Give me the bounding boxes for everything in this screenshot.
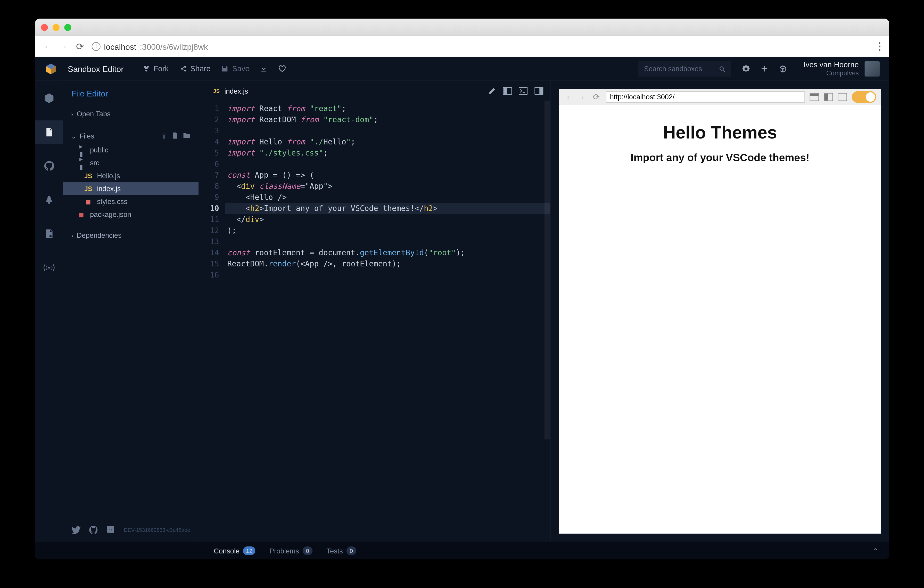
layout-split-icon[interactable] — [824, 93, 833, 101]
edit-icon[interactable] — [488, 87, 496, 94]
svg-point-2 — [48, 267, 50, 269]
svg-point-0 — [720, 66, 724, 70]
forward-button[interactable]: → — [59, 41, 68, 52]
cube-icon[interactable] — [779, 64, 787, 73]
zoom-window-button[interactable] — [64, 24, 71, 31]
upload-icon[interactable]: ⇧ — [161, 132, 167, 140]
code-lines: import React from "react";import ReactDO… — [225, 103, 550, 542]
file-row-src[interactable]: ▸ ▮ src — [63, 157, 199, 169]
svg-point-1 — [49, 235, 52, 238]
file-row-hello-js[interactable]: JS Hello.js — [63, 169, 199, 182]
codesandbox-app: Sandbox Editor Fork Share Save Search sa… — [35, 57, 889, 559]
css-icon: ◼ — [84, 198, 92, 205]
layout-preview-icon[interactable] — [535, 87, 543, 94]
activity-project-icon[interactable] — [35, 86, 63, 110]
app-header: Sandbox Editor Fork Share Save Search sa… — [35, 57, 889, 81]
site-info-icon[interactable]: i — [92, 42, 101, 51]
status-bar: Console 12 Problems 0 Tests 0 ⌃ — [35, 542, 889, 559]
user-name: Ives van Hoorne — [804, 60, 859, 69]
activity-deploy-icon[interactable] — [35, 188, 63, 212]
twitter-icon[interactable] — [71, 526, 81, 534]
settings-icon[interactable] — [742, 64, 751, 73]
preview-back-button[interactable]: ‹ — [564, 92, 573, 102]
close-window-button[interactable] — [41, 24, 48, 31]
sidebar-files[interactable]: ⌄ Files ⇧ — [63, 129, 199, 144]
file-row-index-js[interactable]: JS index.js — [63, 182, 199, 195]
sidebar-footer: DEV-1531662863-c3a48abe — [63, 519, 199, 542]
status-expand-icon[interactable]: ⌃ — [873, 547, 879, 555]
layout-editor-icon[interactable] — [503, 87, 512, 94]
sidebar: File Editor › Open Tabs ⌄ Files ⇧ ▸ ▮ — [63, 81, 199, 542]
activity-config-icon[interactable] — [35, 222, 63, 246]
layout-small-icon[interactable] — [810, 93, 819, 101]
activity-github-icon[interactable] — [35, 154, 63, 178]
search-placeholder: Search sandboxes — [644, 64, 702, 73]
new-file-icon[interactable] — [172, 132, 178, 140]
preview-panel: ‹ › ⟳ Hello Themes Import any of your VS… — [550, 81, 889, 542]
editor-tab-index[interactable]: JS index.js — [205, 81, 256, 101]
fork-button[interactable]: Fork — [142, 64, 168, 73]
editor-scrollbar[interactable] — [544, 101, 550, 439]
avatar — [865, 61, 880, 76]
user-menu[interactable]: Ives van Hoorne CompuIves — [804, 60, 879, 77]
svg-rect-4 — [503, 88, 507, 94]
sidebar-dependencies[interactable]: › Dependencies — [63, 228, 199, 243]
file-row-package-json[interactable]: ◼ package.json — [63, 208, 199, 221]
new-folder-icon[interactable] — [183, 132, 190, 140]
status-tests[interactable]: Tests 0 — [327, 547, 356, 555]
reload-button[interactable]: ⟳ — [76, 41, 84, 52]
code-area[interactable]: 12345678910111213141516 import React fro… — [199, 101, 550, 542]
open-external-icon[interactable] — [838, 93, 847, 101]
browser-window: 6wllzpj8wk - CodeSandbox × Guest ← → ⟳ i… — [35, 19, 889, 559]
js-icon: JS — [84, 185, 92, 192]
preview-forward-button[interactable]: › — [578, 92, 587, 102]
npm-icon: ◼ — [77, 211, 85, 218]
layout-terminal-icon[interactable] — [519, 87, 528, 94]
browser-toolbar: ← → ⟳ i localhost:3000/s/6wllzpj8wk — [35, 36, 889, 57]
new-sandbox-icon[interactable] — [761, 65, 768, 73]
file-row-styles-css[interactable]: ◼ styles.css — [63, 195, 199, 208]
preview-url-input[interactable] — [606, 91, 805, 102]
js-icon: JS — [213, 88, 219, 94]
line-gutter: 12345678910111213141516 — [199, 103, 225, 542]
like-icon[interactable] — [278, 64, 286, 73]
discord-icon[interactable] — [106, 526, 116, 534]
app-main: File Editor › Open Tabs ⌄ Files ⇧ ▸ ▮ — [35, 81, 889, 542]
github-footer-icon[interactable] — [89, 525, 98, 535]
dev-build-label: DEV-1531662863-c3a48abe — [124, 527, 190, 533]
preview-heading: Hello Themes — [663, 123, 777, 143]
window-controls — [41, 24, 71, 31]
share-button[interactable]: Share — [179, 64, 211, 73]
folder-icon: ▸ ▮ — [77, 155, 85, 171]
svg-rect-5 — [519, 87, 528, 94]
sidebar-open-tabs[interactable]: › Open Tabs — [63, 106, 199, 121]
app-title: Sandbox Editor — [68, 64, 124, 73]
url-path: :3000/s/6wllzpj8wk — [140, 42, 208, 51]
preview-toolbar: ‹ › ⟳ — [559, 89, 881, 105]
preview-toggle[interactable] — [852, 91, 876, 102]
tests-count-badge: 0 — [346, 547, 356, 555]
preview-frame: Hello Themes Import any of your VSCode t… — [559, 105, 881, 533]
download-icon[interactable] — [260, 65, 267, 73]
status-console[interactable]: Console 12 — [214, 547, 255, 555]
console-count-badge: 12 — [243, 547, 256, 555]
activity-live-icon[interactable] — [35, 256, 63, 279]
chevron-right-icon: › — [71, 111, 73, 117]
back-button[interactable]: ← — [43, 41, 53, 52]
problems-count-badge: 0 — [302, 547, 312, 555]
fork-label: Fork — [153, 64, 168, 73]
browser-menu-button[interactable] — [879, 42, 881, 51]
svg-rect-7 — [540, 88, 543, 94]
search-icon — [719, 65, 726, 72]
status-problems[interactable]: Problems 0 — [269, 547, 312, 555]
minimize-window-button[interactable] — [53, 24, 59, 31]
activity-files-icon[interactable] — [35, 121, 63, 144]
preview-reload-button[interactable]: ⟳ — [592, 92, 601, 102]
file-row-public[interactable]: ▸ ▮ public — [63, 144, 199, 157]
save-button[interactable]: Save — [221, 64, 249, 73]
activity-bar — [35, 81, 63, 542]
address-bar[interactable]: i localhost:3000/s/6wllzpj8wk — [92, 42, 866, 51]
share-label: Share — [190, 64, 211, 73]
chevron-right-icon: › — [71, 232, 73, 239]
search-sandboxes[interactable]: Search sandboxes — [638, 61, 732, 77]
